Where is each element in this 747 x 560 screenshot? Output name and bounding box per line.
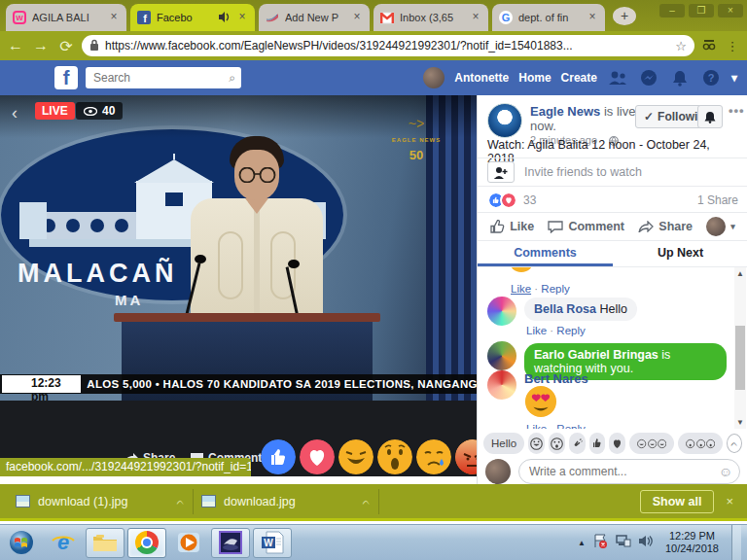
notifications-toggle-button[interactable] [697, 105, 723, 128]
show-all-downloads-button[interactable]: Show all [640, 490, 715, 513]
forward-icon[interactable]: → [31, 37, 51, 54]
scrollbar-thumb[interactable] [735, 326, 745, 390]
comment-input[interactable] [518, 459, 740, 484]
chip-heart-emoji[interactable] [609, 433, 625, 454]
tab-up-next[interactable]: Up Next [613, 241, 747, 266]
commenter-name[interactable]: Bert Nares [524, 371, 588, 386]
download-caret-icon[interactable]: ᨈ [363, 496, 372, 508]
comment-bubble[interactable]: Bella Rosa Hello [524, 298, 637, 321]
page-name-link[interactable]: Eagle News [530, 104, 600, 119]
tab-add-new-post[interactable]: Add New P × [259, 4, 370, 31]
search-input[interactable] [86, 67, 241, 88]
reply-link[interactable]: Reply [556, 423, 585, 429]
back-icon[interactable]: ← [6, 37, 25, 54]
notifications-bell-icon[interactable] [669, 67, 691, 88]
commenter-avatar[interactable] [487, 341, 516, 370]
download-caret-icon[interactable]: ᨈ [177, 496, 186, 508]
action-center-flag-icon[interactable] [592, 534, 608, 552]
share-button[interactable]: Share [638, 220, 693, 233]
download-filename[interactable]: download.jpg [224, 495, 296, 508]
user-avatar[interactable] [423, 67, 445, 88]
reply-link[interactable]: Reply [541, 283, 569, 295]
taskbar-clock[interactable]: 12:29 PM 10/24/2018 [659, 530, 725, 555]
network-icon[interactable] [615, 534, 631, 551]
create-link[interactable]: Create [561, 71, 597, 85]
commenter-avatar[interactable] [487, 297, 516, 326]
messenger-icon[interactable] [638, 67, 659, 88]
chip-triple-haha[interactable] [629, 433, 674, 454]
tab-comments[interactable]: Comments [478, 241, 613, 266]
love-count-icon[interactable] [500, 192, 517, 209]
start-button[interactable] [2, 528, 41, 558]
like-link[interactable]: Like [526, 423, 547, 429]
download-filename[interactable]: download (1).jpg [38, 495, 127, 508]
home-link[interactable]: Home [518, 71, 551, 85]
invite-friend-icon[interactable] [487, 161, 515, 183]
tab-agila-balita[interactable]: W AGILA BALI × [6, 4, 126, 31]
reload-icon[interactable]: ⟳ [56, 37, 76, 55]
chip-haha-emoji[interactable] [528, 433, 545, 454]
chip-triple-wow[interactable] [678, 433, 723, 454]
more-options-icon[interactable]: ••• [729, 103, 745, 118]
tab-gmail-inbox[interactable]: Inbox (3,65 × [374, 4, 488, 31]
tab-facebook-active[interactable]: f Facebo × [130, 4, 255, 31]
url-text[interactable]: https://www.facebook.com/EagleNewsPH/vid… [105, 39, 669, 52]
commenter-name[interactable]: Bella Rosa [534, 302, 596, 316]
like-reaction-button[interactable] [261, 439, 296, 474]
back-chevron-icon[interactable]: ‹ [12, 103, 18, 123]
comment-button[interactable]: Comment [548, 220, 624, 233]
tab-close-icon[interactable]: × [235, 11, 249, 24]
commenter-identity[interactable]: ▾ [706, 217, 735, 236]
friend-requests-icon[interactable] [607, 67, 628, 88]
comments-scrollbar[interactable]: ▲ ▼ [734, 267, 746, 429]
internet-explorer-icon[interactable]: e [44, 528, 83, 558]
share-count[interactable]: 1 Share [697, 193, 738, 207]
new-tab-button[interactable]: + [613, 7, 636, 25]
haha-reaction-button[interactable] [338, 439, 374, 474]
reply-link[interactable]: Reply [556, 325, 585, 336]
like-link[interactable]: Like [511, 283, 531, 295]
close-downloads-icon[interactable]: × [726, 494, 733, 508]
restore-button[interactable]: ❐ [689, 4, 714, 18]
scroll-down-icon[interactable]: ▼ [734, 418, 746, 427]
reaction-count[interactable]: 33 [523, 193, 536, 207]
extension-icon[interactable] [700, 39, 718, 53]
download-item-1[interactable]: download (1).jpg ᨈ [8, 487, 193, 516]
chip-hello[interactable]: Hello [483, 433, 524, 454]
scroll-up-icon[interactable]: ▲ [734, 269, 746, 278]
facebook-logo[interactable]: f [54, 66, 78, 89]
bookmark-star-icon[interactable]: ☆ [675, 39, 687, 53]
invite-label[interactable]: Invite friends to watch [524, 165, 642, 179]
search-icon[interactable]: ⌕ [229, 71, 235, 85]
commenter-avatar[interactable] [487, 370, 516, 400]
collapse-chips-icon[interactable]: ᨈ [727, 434, 742, 453]
profile-link[interactable]: Antonette [454, 71, 509, 85]
volume-icon[interactable] [638, 534, 653, 551]
chip-wow-emoji[interactable] [549, 433, 565, 454]
emoji-picker-icon[interactable]: ☺ [719, 464, 732, 479]
tab-close-icon[interactable]: × [586, 11, 599, 24]
show-desktop-button[interactable] [731, 525, 741, 560]
account-caret-icon[interactable]: ▾ [731, 71, 737, 85]
tab-close-icon[interactable]: × [107, 11, 121, 24]
file-explorer-icon[interactable] [86, 528, 124, 558]
close-button[interactable]: × [718, 4, 743, 18]
download-item-2[interactable]: download.jpg ᨈ [194, 487, 378, 516]
browser-menu-icon[interactable]: ⋮ [724, 39, 741, 53]
tab-audio-icon[interactable] [219, 12, 231, 24]
watcher-name[interactable]: Earlo Gabriel Bringas [534, 348, 658, 362]
like-link[interactable]: Like [526, 325, 547, 336]
chip-thumbs-up-emoji[interactable] [589, 433, 606, 454]
minimize-button[interactable]: – [659, 4, 685, 18]
word-icon[interactable]: W [253, 528, 292, 558]
chrome-icon[interactable] [127, 528, 166, 558]
comments-list[interactable]: Like · Reply Bella Rosa Hello Like · Rep… [478, 267, 747, 429]
angry-reaction-button[interactable] [455, 439, 477, 474]
eagle-news-avatar[interactable] [487, 103, 522, 138]
tray-expand-icon[interactable]: ▲ [578, 539, 586, 547]
chip-clap-emoji[interactable] [569, 433, 586, 454]
sad-reaction-button[interactable] [416, 439, 451, 474]
media-player-icon[interactable] [169, 528, 208, 558]
help-icon[interactable]: ? [700, 67, 722, 88]
wow-reaction-button[interactable] [377, 439, 412, 474]
